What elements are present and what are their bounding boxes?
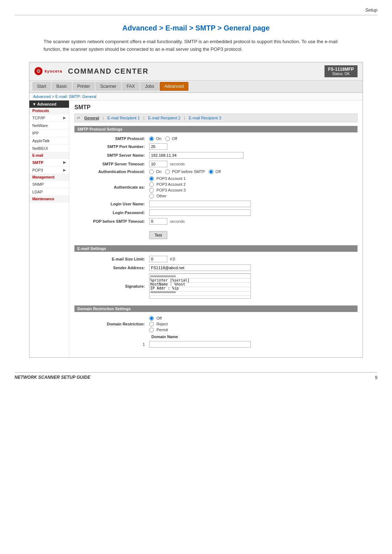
sidebar-netbeui-text: NetBEUI	[32, 146, 48, 151]
arrow-icon: ▶	[63, 116, 66, 120]
auth-pop-text: POP before SMTP	[172, 169, 205, 174]
other-account-radio[interactable]	[149, 194, 154, 198]
smtp-server-input[interactable]	[149, 152, 244, 159]
nav-bar: Start Basic Printer Scanner FAX Jobs Adv…	[29, 81, 363, 93]
test-btn-cell: Test	[147, 226, 358, 240]
auth-on-radio[interactable]	[149, 169, 154, 174]
domain-num-label: 1	[74, 340, 147, 349]
tab-general[interactable]: General	[81, 115, 102, 121]
sidebar-item-tcpip[interactable]: TCP/IP ▶	[29, 114, 69, 122]
nav-fax[interactable]: FAX	[122, 82, 140, 91]
nav-basic[interactable]: Basic	[52, 82, 72, 91]
auth-off-radio[interactable]	[209, 169, 213, 174]
login-user-input[interactable]	[149, 201, 251, 207]
domain-reject-radio[interactable]	[149, 322, 154, 327]
other-account-label[interactable]: Other	[149, 194, 355, 198]
domain-name-value: Domain Name	[147, 333, 358, 340]
domain-permit-radio[interactable]	[149, 328, 154, 332]
other-account-text: Other	[156, 194, 167, 198]
pop3-account2-radio[interactable]	[149, 182, 154, 187]
cc-logo: ⚙ KYOCERA COMMAND CENTER	[34, 67, 149, 75]
sidebar-item-netbeui[interactable]: NetBEUI	[29, 145, 69, 152]
sidebar-maintenance-label: Maintenance	[29, 196, 69, 202]
tab-recipient2[interactable]: E-mail Recipient 2	[145, 115, 183, 121]
domain-row-num: 1	[77, 342, 145, 346]
doc-description: The scanner system network component off…	[44, 38, 348, 53]
login-pass-input[interactable]	[149, 209, 251, 216]
nav-jobs[interactable]: Jobs	[140, 82, 159, 91]
test-btn-spacer	[74, 226, 147, 240]
sidebar-netware-text: NetWare	[32, 123, 48, 128]
pop3-account2-text: POP3 Account 2	[156, 182, 186, 186]
pop3-account3-label[interactable]: POP3 Account 3	[149, 188, 355, 193]
sidebar-item-smtp[interactable]: SMTP ▶	[29, 159, 69, 167]
domain-restriction-group: Off Reject Permit	[149, 316, 355, 332]
signature-textarea[interactable]: ﾊﾊﾊﾊﾊﾊﾊﾊﾊﾊﾊﾊﾊﾊ %printer [%serial] HostNa…	[149, 273, 251, 299]
tab-recipient1[interactable]: E-mail Recipient 1	[105, 115, 143, 121]
sidebar-ipp-text: IPP	[32, 131, 39, 135]
sidebar-item-netware[interactable]: NetWare	[29, 122, 69, 130]
footer-page: 9	[375, 375, 377, 380]
domain-restriction-label: Domain Restriction:	[74, 315, 147, 333]
smtp-server-label: SMTP Server Name:	[74, 151, 147, 160]
size-limit-label: E-mail Size Limit:	[74, 255, 147, 263]
page-footer: NETWORK SCANNER SETUP GUIDE 9	[15, 372, 377, 380]
nav-start[interactable]: Start	[32, 82, 51, 91]
domain-row-input-cell	[147, 340, 358, 349]
domain-permit-label[interactable]: Permit	[149, 328, 355, 332]
smtp-off-label[interactable]: Off	[165, 136, 177, 141]
cc-title: COMMAND CENTER	[68, 67, 148, 75]
sidebar-item-appletalk[interactable]: AppleTalk	[29, 137, 69, 145]
pop-timeout-input[interactable]	[149, 218, 167, 225]
email-settings-section-header: E-mail Settings	[74, 245, 358, 252]
footer-title: NETWORK SCANNER SETUP GUIDE	[15, 375, 90, 380]
main-title: SMTP	[74, 104, 358, 111]
smtp-off-radio[interactable]	[165, 136, 170, 141]
sender-input[interactable]	[149, 264, 251, 271]
pop3-account3-radio[interactable]	[149, 188, 154, 193]
login-user-label: Login User Name:	[74, 200, 147, 208]
domain-off-label[interactable]: Off	[149, 316, 355, 321]
domain-name-spacer	[74, 333, 147, 340]
sidebar-item-ldap[interactable]: LDAP	[29, 188, 69, 196]
test-button[interactable]: Test	[149, 231, 167, 239]
auth-off-label[interactable]: Off	[209, 169, 221, 174]
tab-recipient3[interactable]: E-mail Recipient 3	[186, 115, 224, 121]
breadcrumb: Advanced > E-mail: SMTP: General	[29, 93, 363, 100]
nav-printer[interactable]: Printer	[73, 82, 95, 91]
sidebar-item-snmp[interactable]: SNMP	[29, 181, 69, 188]
size-limit-input[interactable]	[149, 256, 167, 262]
pop3-account1-label[interactable]: POP3 Account 1	[149, 176, 355, 181]
smtp-protocol-value: On Off	[147, 135, 358, 142]
nav-advanced[interactable]: Advanced	[160, 82, 188, 91]
sidebar-pop3-text: POP3	[32, 168, 43, 172]
email-settings-table: E-mail Size Limit: KB Sender Address:	[74, 255, 358, 300]
sidebar-item-pop3[interactable]: POP3 ▶	[29, 167, 69, 174]
smtp-port-input[interactable]	[149, 143, 167, 150]
sidebar: ▼ Advanced Protocols TCP/IP ▶ NetWare IP…	[29, 100, 69, 357]
sidebar-protocols-label: Protocols	[29, 108, 69, 114]
smtp-on-label[interactable]: On	[149, 136, 162, 141]
smtp-on-radio[interactable]	[149, 136, 154, 141]
smtp-port-value	[147, 142, 358, 151]
domain-off-radio[interactable]	[149, 316, 154, 321]
pop3-account3-text: POP3 Account 3	[156, 188, 186, 192]
sidebar-item-ipp[interactable]: IPP	[29, 130, 69, 137]
smtp-timeout-value: seconds	[147, 160, 358, 168]
smtp-timeout-input[interactable]	[149, 161, 167, 167]
pop3-account2-label[interactable]: POP3 Account 2	[149, 182, 355, 187]
sidebar-tcpip-text: TCP/IP	[32, 116, 45, 120]
auth-on-label[interactable]: On	[149, 169, 162, 174]
nav-scanner[interactable]: Scanner	[95, 82, 121, 91]
breadcrumb-separator: > E-mail: SMTP: General	[52, 94, 97, 99]
auth-pop-radio[interactable]	[165, 169, 170, 174]
domain-name-input[interactable]	[149, 341, 251, 348]
smtp-off-text: Off	[172, 136, 177, 141]
arrow-icon-pop3: ▶	[63, 168, 66, 172]
pop3-account1-radio[interactable]	[149, 176, 154, 181]
breadcrumb-link[interactable]: Advanced	[33, 94, 51, 99]
auth-radio-group: On POP before SMTP Off	[149, 169, 355, 174]
domain-reject-label[interactable]: Reject	[149, 322, 355, 327]
auth-pop-label[interactable]: POP before SMTP	[165, 169, 205, 174]
smtp-timeout-units: seconds	[170, 162, 185, 166]
